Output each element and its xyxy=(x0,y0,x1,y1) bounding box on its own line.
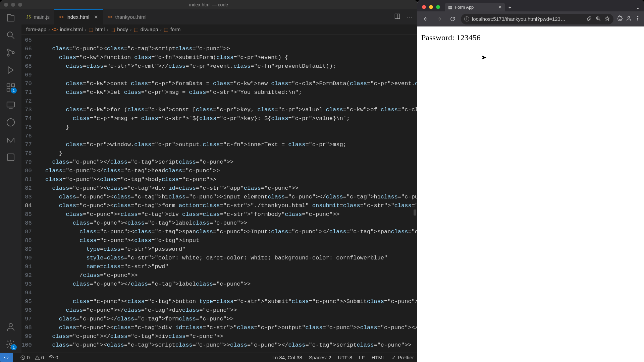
minimap-scroll[interactable] xyxy=(414,209,416,216)
settings-icon[interactable]: 1 xyxy=(6,339,16,349)
activity-bar: 1 1 xyxy=(0,9,21,353)
remote-button[interactable] xyxy=(0,353,13,362)
app-icon-2[interactable] xyxy=(6,135,16,145)
split-editor-icon[interactable] xyxy=(394,13,400,21)
status-bar: 0 0 0 Ln 84, Col 38 Spaces: 2 UTF-8 LF H… xyxy=(0,353,417,362)
traffic-close[interactable] xyxy=(422,5,426,9)
breadcrumbs[interactable]: form-app› <>index.html› ⬚html› ⬚body› ⬚d… xyxy=(21,24,417,35)
chrome-window: ▦ Form App ✕ + ⌄ i localhost:5173/thanky… xyxy=(417,0,644,362)
browser-tab[interactable]: ▦ Form App ✕ xyxy=(445,3,505,11)
reload-button[interactable] xyxy=(447,14,458,24)
close-icon[interactable]: ✕ xyxy=(498,5,502,10)
browser-toolbar: i localhost:5173/thankyou.html?pwd=123… xyxy=(417,11,644,26)
scm-icon[interactable] xyxy=(6,48,16,58)
status-position[interactable]: Ln 84, Col 38 xyxy=(272,355,302,360)
extensions-badge: 1 xyxy=(11,87,17,94)
traffic-close[interactable] xyxy=(4,3,8,7)
menu-icon[interactable] xyxy=(635,15,641,22)
svg-point-15 xyxy=(51,357,52,358)
status-eol[interactable]: LF xyxy=(359,355,365,360)
expand-icon[interactable]: ⌄ xyxy=(636,4,644,10)
tab-label: index.html xyxy=(66,14,89,20)
bookmark-icon[interactable] xyxy=(604,16,610,22)
svg-rect-8 xyxy=(7,102,15,107)
traffic-min[interactable] xyxy=(11,3,15,7)
traffic-max[interactable] xyxy=(18,3,22,7)
svg-point-11 xyxy=(9,323,12,327)
editor-tabs: JSmain.js <>index.html✕ <>thankyou.html … xyxy=(21,9,417,24)
browser-viewport: Password: 123456 ➤ xyxy=(417,26,644,362)
vscode-titlebar: index.html — code xyxy=(0,0,417,9)
tab-label: main.js xyxy=(34,14,50,20)
back-button[interactable] xyxy=(421,14,431,24)
traffic-min[interactable] xyxy=(429,5,433,9)
forward-button[interactable] xyxy=(434,14,444,24)
svg-point-17 xyxy=(628,16,630,18)
more-icon[interactable]: ⋯ xyxy=(407,13,413,21)
url-text: localhost:5173/thankyou.html?pwd=123… xyxy=(472,16,584,22)
status-ports[interactable]: 0 xyxy=(49,355,58,360)
close-icon[interactable]: ✕ xyxy=(94,14,98,20)
status-spaces[interactable]: Spaces: 2 xyxy=(309,355,331,360)
svg-point-9 xyxy=(7,119,15,126)
account-icon[interactable] xyxy=(6,322,16,332)
svg-rect-5 xyxy=(12,84,15,87)
explorer-icon[interactable] xyxy=(6,13,16,23)
svg-point-19 xyxy=(637,18,638,18)
page-text: Password: 123456 xyxy=(421,33,640,42)
new-tab-button[interactable]: + xyxy=(505,4,515,10)
tab-favicon: ▦ xyxy=(448,5,452,10)
traffic-max[interactable] xyxy=(436,5,440,9)
settings-badge: 1 xyxy=(11,344,17,350)
zoom-icon[interactable] xyxy=(595,16,601,22)
profile-icon[interactable] xyxy=(626,15,632,22)
svg-rect-4 xyxy=(7,84,10,87)
code-editor[interactable]: 6566676869707172737475767778798081828384… xyxy=(21,35,417,353)
status-encoding[interactable]: UTF-8 xyxy=(338,355,353,360)
svg-point-20 xyxy=(637,19,638,20)
app-icon-3[interactable] xyxy=(6,152,16,162)
site-info-icon[interactable]: i xyxy=(464,16,469,21)
svg-point-0 xyxy=(7,32,12,37)
svg-rect-10 xyxy=(7,154,14,161)
svg-rect-6 xyxy=(7,88,10,92)
tab-main-js[interactable]: JSmain.js xyxy=(21,9,54,24)
status-warnings[interactable]: 0 xyxy=(35,355,44,360)
svg-point-18 xyxy=(637,16,638,17)
tab-thankyou-html[interactable]: <>thankyou.html xyxy=(103,9,151,24)
remote-icon[interactable] xyxy=(6,100,16,110)
app-icon-1[interactable] xyxy=(6,117,16,127)
address-bar[interactable]: i localhost:5173/thankyou.html?pwd=123… xyxy=(461,14,613,24)
search-icon[interactable] xyxy=(6,30,16,40)
tab-index-html[interactable]: <>index.html✕ xyxy=(54,9,103,24)
cursor-icon: ➤ xyxy=(481,53,487,61)
link-icon[interactable] xyxy=(586,16,592,22)
extensions-icon[interactable] xyxy=(617,15,623,22)
tab-label: thankyou.html xyxy=(115,14,146,20)
tab-title: Form App xyxy=(455,5,474,10)
status-problems[interactable]: 0 xyxy=(20,355,30,360)
status-formatter[interactable]: ✓ Prettier xyxy=(392,355,414,361)
window-title: index.html — code xyxy=(0,2,417,7)
status-language[interactable]: HTML xyxy=(372,355,385,360)
vscode-window: index.html — code 1 1 JSmain.js < xyxy=(0,0,417,362)
extensions-icon[interactable]: 1 xyxy=(6,82,16,93)
debug-icon[interactable] xyxy=(6,65,16,75)
